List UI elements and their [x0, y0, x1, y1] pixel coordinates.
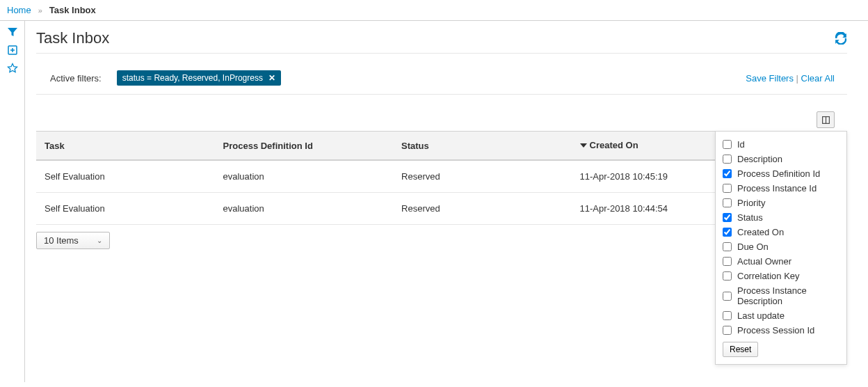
filter-chip-status[interactable]: status = Ready, Reserved, InProgress ✕	[117, 70, 281, 86]
column-option[interactable]: Process Definition Id	[723, 166, 839, 181]
cell-status: Reserved	[393, 193, 572, 225]
page-title: Task Inbox	[36, 29, 109, 47]
column-option[interactable]: Actual Owner	[723, 254, 839, 269]
columns-toggle-button[interactable]	[817, 111, 835, 128]
column-option-label: Process Session Id	[737, 325, 814, 335]
columns-icon	[821, 116, 830, 125]
column-option-label: Id	[737, 139, 745, 150]
column-option-label: Due On	[737, 242, 769, 252]
column-option-label: Process Instance Id	[737, 183, 817, 194]
column-checkbox[interactable]	[723, 292, 732, 301]
column-option[interactable]: Process Instance Description	[723, 283, 839, 308]
column-checkbox[interactable]	[723, 169, 732, 178]
left-rail	[0, 21, 25, 382]
column-option[interactable]: Created On	[723, 225, 839, 239]
filters-actions: Save Filters | Clear All	[746, 73, 835, 84]
filters-row: Active filters: status = Ready, Reserved…	[36, 54, 847, 95]
column-option-label: Status	[737, 212, 763, 223]
breadcrumb-home[interactable]: Home	[7, 5, 31, 15]
breadcrumb-sep: »	[38, 6, 42, 15]
column-checkbox[interactable]	[723, 257, 732, 266]
breadcrumb: Home » Task Inbox	[0, 0, 868, 20]
cell-status: Reserved	[393, 160, 572, 193]
page-size-select[interactable]: 10 Items ⌄	[36, 232, 110, 249]
column-option-label: Description	[737, 154, 782, 164]
close-icon[interactable]: ✕	[268, 73, 275, 83]
title-row: Task Inbox	[36, 29, 847, 54]
column-checkbox[interactable]	[723, 311, 732, 320]
funnel-icon[interactable]	[7, 26, 18, 38]
col-status-header[interactable]: Status	[393, 132, 572, 161]
save-filters-link[interactable]: Save Filters	[746, 73, 794, 84]
breadcrumb-current: Task Inbox	[49, 5, 96, 15]
chevron-down-icon: ⌄	[97, 237, 102, 244]
column-option-label: Actual Owner	[737, 256, 791, 267]
column-picker: IdDescriptionProcess Definition IdProces…	[715, 131, 847, 365]
column-option-label: Process Instance Description	[737, 285, 839, 306]
filter-chip-text: status = Ready, Reserved, InProgress	[122, 73, 263, 83]
column-checkbox[interactable]	[723, 271, 732, 281]
column-option[interactable]: Process Instance Id	[723, 181, 839, 196]
filters-label: Active filters:	[50, 73, 102, 84]
column-option[interactable]: Correlation Key	[723, 269, 839, 283]
column-option[interactable]: Last update	[723, 308, 839, 323]
cell-proc: evaluation	[215, 193, 394, 225]
column-option-label: Priority	[737, 198, 765, 208]
column-checkbox[interactable]	[723, 140, 732, 149]
column-checkbox[interactable]	[723, 155, 732, 164]
col-process-def-header[interactable]: Process Definition Id	[215, 132, 394, 161]
column-option[interactable]: Status	[723, 210, 839, 225]
clear-all-link[interactable]: Clear All	[801, 73, 835, 84]
column-option[interactable]: Description	[723, 152, 839, 166]
col-task-header[interactable]: Task	[36, 132, 215, 161]
cell-task: Self Evaluation	[36, 193, 215, 225]
column-option-label: Created On	[737, 227, 784, 237]
column-option-label: Process Definition Id	[737, 168, 820, 179]
column-option[interactable]: Priority	[723, 196, 839, 210]
column-checkbox[interactable]	[723, 198, 732, 207]
plus-box-icon[interactable]	[7, 45, 18, 56]
column-checkbox[interactable]	[723, 326, 732, 335]
sort-desc-icon	[580, 141, 587, 151]
column-checkbox[interactable]	[723, 242, 732, 251]
column-checkbox[interactable]	[723, 228, 732, 237]
reset-button[interactable]: Reset	[723, 342, 758, 357]
page-size-label: 10 Items	[44, 235, 79, 246]
column-checkbox[interactable]	[723, 184, 732, 193]
column-option[interactable]: Due On	[723, 239, 839, 254]
cell-task: Self Evaluation	[36, 160, 215, 193]
column-option-label: Correlation Key	[737, 271, 800, 281]
column-option[interactable]: Process Session Id	[723, 323, 839, 338]
refresh-icon[interactable]	[835, 32, 847, 45]
column-checkbox[interactable]	[723, 213, 732, 222]
column-option-label: Last update	[737, 310, 785, 321]
cell-proc: evaluation	[215, 160, 394, 193]
column-option[interactable]: Id	[723, 137, 839, 152]
col-created-on-label: Created On	[590, 140, 638, 150]
star-icon[interactable]	[7, 63, 18, 74]
